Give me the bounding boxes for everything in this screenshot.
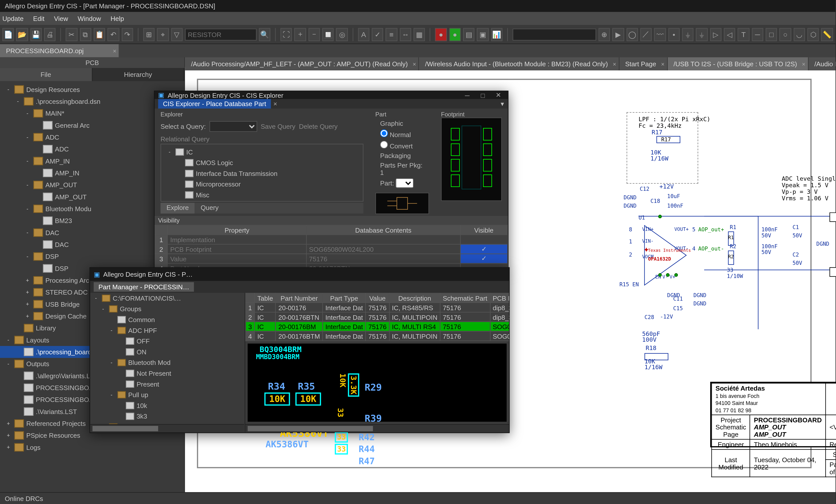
out-p-port[interactable] bbox=[830, 212, 836, 222]
cut-icon[interactable]: ✂ bbox=[66, 28, 77, 41]
bom-icon[interactable]: ▦ bbox=[414, 28, 425, 41]
document-tab[interactable]: /USB TO I2S - (USB Bridge : USB TO I2S)× bbox=[668, 57, 809, 70]
dropdown-icon[interactable]: ▾ bbox=[501, 100, 504, 108]
play-icon[interactable]: ▶ bbox=[612, 28, 624, 41]
tab-close-icon[interactable]: × bbox=[273, 100, 277, 108]
close-icon[interactable]: × bbox=[661, 60, 665, 67]
tab-file[interactable]: File bbox=[0, 68, 92, 81]
part-search-input[interactable] bbox=[185, 28, 256, 40]
query-select[interactable] bbox=[209, 121, 257, 132]
text-icon[interactable]: T bbox=[738, 28, 749, 41]
drc-icon[interactable]: ✓ bbox=[372, 28, 383, 41]
cis-tree-item[interactable]: TTL Logic bbox=[164, 200, 361, 201]
document-tab[interactable]: /Audio Processing/DAC_STEREO - (DAC : DA… bbox=[808, 57, 835, 70]
cis-tree-item[interactable]: -IC bbox=[164, 147, 361, 157]
bus-icon[interactable]: 〰 bbox=[654, 28, 666, 41]
zoom-in-icon[interactable]: ＋ bbox=[294, 28, 306, 41]
cis-tree-item[interactable]: Interface Data Transmission bbox=[164, 168, 361, 179]
tree-item[interactable]: +Logs bbox=[0, 442, 184, 453]
report-icon[interactable]: 📊 bbox=[491, 28, 502, 41]
partmgr-tree-hscroll[interactable] bbox=[90, 424, 244, 432]
part-inst-select[interactable] bbox=[396, 178, 414, 188]
query-tab[interactable]: Query bbox=[195, 203, 224, 214]
circle-icon[interactable]: ○ bbox=[780, 28, 791, 41]
print-icon[interactable]: 🖨 bbox=[44, 28, 56, 41]
partmgr-tree-item[interactable]: 10k bbox=[90, 400, 245, 411]
power-icon[interactable]: ⏚ bbox=[682, 28, 694, 41]
wire-icon[interactable]: ／ bbox=[640, 28, 652, 41]
annotate-icon[interactable]: A bbox=[358, 28, 369, 41]
place-icon[interactable]: ▣ bbox=[477, 28, 489, 41]
partmgr-tree-item[interactable]: -ADC HPF bbox=[90, 325, 245, 336]
close-icon[interactable]: × bbox=[113, 47, 116, 54]
filter-icon[interactable]: ▽ bbox=[171, 28, 183, 41]
tab-hierarchy[interactable]: Hierarchy bbox=[92, 68, 185, 81]
close-icon[interactable]: × bbox=[413, 60, 416, 67]
crossprobe-icon[interactable]: ↔ bbox=[400, 28, 411, 41]
offpage-icon[interactable]: ◁ bbox=[724, 28, 736, 41]
close-icon[interactable]: ✕ bbox=[492, 91, 504, 99]
partmgr-hscroll[interactable] bbox=[245, 424, 509, 432]
menu-window[interactable]: Window bbox=[78, 15, 101, 22]
save-query-button[interactable]: Save Query bbox=[261, 123, 296, 130]
poly-icon[interactable]: ⬡ bbox=[808, 28, 819, 41]
normal-radio[interactable] bbox=[380, 130, 388, 137]
partmgr-tree[interactable]: -C:\FORMATION\CIS\… -Groups Common-ADC H… bbox=[90, 293, 245, 432]
partmgr-tree-item[interactable]: OFF bbox=[90, 336, 245, 347]
search-icon[interactable]: 🔍 bbox=[259, 28, 270, 41]
netlist-icon[interactable]: ≡ bbox=[386, 28, 397, 41]
measure-icon[interactable]: 📏 bbox=[821, 28, 833, 41]
partmgr-tree-item[interactable]: Common bbox=[90, 314, 245, 325]
cis-tree-item[interactable]: CMOS Logic bbox=[164, 157, 361, 168]
menu-help[interactable]: Help bbox=[110, 15, 124, 22]
menu-update[interactable]: Update bbox=[2, 15, 23, 22]
zoom-out-icon[interactable]: － bbox=[308, 28, 320, 41]
partmgr-tree-item[interactable]: -Bluetooth Mod bbox=[90, 357, 245, 368]
delete-query-button[interactable]: Delete Query bbox=[299, 123, 338, 130]
close-icon[interactable]: × bbox=[802, 60, 805, 67]
layer-icon[interactable]: ▤ bbox=[463, 28, 475, 41]
project-tab[interactable]: PROCESSINGBOARD.opj × bbox=[0, 44, 119, 57]
partmgr-tree-item[interactable]: ON bbox=[90, 347, 245, 357]
port-icon[interactable]: ▷ bbox=[710, 28, 722, 41]
variant-green-icon[interactable]: ● bbox=[449, 28, 461, 41]
junction-icon[interactable]: • bbox=[668, 28, 680, 41]
cis-category-tree[interactable]: -ICCMOS LogicInterface Data Transmission… bbox=[160, 144, 363, 201]
cis-tree-item[interactable]: Misc bbox=[164, 190, 361, 200]
partmgr-tree-item[interactable]: -Groups bbox=[90, 304, 245, 314]
zoom-fit-icon[interactable]: ⛶ bbox=[281, 28, 292, 41]
add-part-icon[interactable]: ⊕ bbox=[598, 28, 610, 41]
open-icon[interactable]: 📂 bbox=[16, 28, 28, 41]
new-icon[interactable]: 📄 bbox=[2, 28, 14, 41]
zoom-area-icon[interactable]: 🔲 bbox=[322, 28, 334, 41]
menu-edit[interactable]: Edit bbox=[33, 15, 44, 22]
cis-tab[interactable]: CIS Explorer - Place Database Part bbox=[158, 99, 271, 109]
line-icon[interactable]: ─ bbox=[752, 28, 763, 41]
redo-icon[interactable]: ↷ bbox=[121, 28, 133, 41]
save-icon[interactable]: 💾 bbox=[30, 28, 42, 41]
partmgr-subtitle[interactable]: Part Manager - PROCESSIN… bbox=[94, 282, 194, 292]
explore-tab[interactable]: Explore bbox=[160, 203, 195, 214]
close-icon[interactable]: × bbox=[613, 60, 616, 67]
arc-icon[interactable]: ◡ bbox=[793, 28, 805, 41]
minimize-icon[interactable]: ─ bbox=[461, 92, 473, 99]
undo-icon[interactable]: ↶ bbox=[108, 28, 119, 41]
copy-icon[interactable]: ⧉ bbox=[80, 28, 91, 41]
partmgr-tree-item[interactable]: -Pull up bbox=[90, 390, 245, 401]
partmgr-tree-item[interactable]: Not Present bbox=[90, 368, 245, 379]
document-tab[interactable]: Start Page× bbox=[619, 57, 668, 70]
partmgr-tree-item[interactable]: Present bbox=[90, 379, 245, 390]
net-search-input[interactable] bbox=[513, 28, 596, 40]
out-n-port[interactable] bbox=[830, 267, 836, 277]
snap-icon[interactable]: ⌖ bbox=[157, 28, 169, 41]
convert-radio[interactable] bbox=[380, 141, 388, 149]
document-tab[interactable]: /Wireless Audio Input - (Bluetooth Modul… bbox=[419, 57, 619, 70]
part-manager-window[interactable]: ▣ Allegro Design Entry CIS - P… Part Man… bbox=[90, 267, 510, 433]
menu-view[interactable]: View bbox=[54, 15, 68, 22]
maximize-icon[interactable]: □ bbox=[477, 92, 489, 99]
paste-icon[interactable]: 📋 bbox=[94, 28, 105, 41]
cis-explorer-window[interactable]: ▣ Allegro Design Entry CIS - CIS Explore… bbox=[154, 91, 509, 270]
pcb-preview[interactable]: BQ3004BRM MMBD3004BRM R34 R35 10K 10K 10… bbox=[248, 344, 507, 422]
ground-icon[interactable]: ⏚ bbox=[696, 28, 708, 41]
document-tab[interactable]: /Audio Processing/AMP_HF_LEFT - (AMP_OUT… bbox=[185, 57, 419, 70]
